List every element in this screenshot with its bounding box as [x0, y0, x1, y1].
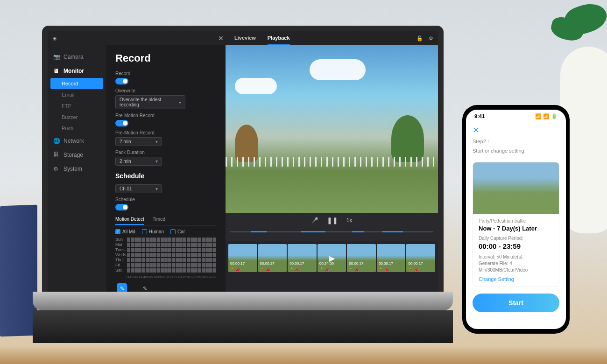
schedule-cell[interactable] [157, 258, 160, 262]
schedule-cell[interactable] [153, 243, 156, 247]
tab-motion-detect[interactable]: Motion Detect [115, 214, 144, 225]
schedule-cell[interactable] [127, 268, 130, 273]
sidebar-item-storage[interactable]: 🗄Storage [48, 148, 106, 162]
schedule-cell[interactable] [209, 268, 212, 273]
schedule-cell[interactable] [191, 263, 194, 267]
schedule-cell[interactable] [164, 258, 168, 262]
schedule-cell[interactable] [168, 263, 171, 267]
schedule-cell[interactable] [149, 248, 153, 252]
schedule-cell[interactable] [149, 243, 153, 247]
schedule-cell[interactable] [198, 258, 201, 262]
schedule-cell[interactable] [179, 238, 183, 242]
schedule-cell[interactable] [127, 243, 130, 247]
sidebar-item-network[interactable]: 🌐Network [48, 134, 106, 148]
schedule-cell[interactable] [194, 258, 198, 262]
premotion-dur-select[interactable]: 2 min [115, 137, 162, 146]
schedule-cell[interactable] [187, 248, 190, 252]
schedule-cell[interactable] [157, 253, 160, 257]
schedule-cell[interactable] [127, 248, 130, 252]
schedule-cell[interactable] [131, 268, 134, 273]
schedule-cell[interactable] [198, 263, 201, 267]
schedule-cell[interactable] [213, 243, 216, 247]
schedule-cell[interactable] [198, 243, 201, 247]
schedule-cell[interactable] [138, 263, 141, 267]
schedule-cell[interactable] [187, 238, 190, 242]
schedule-cell[interactable] [172, 263, 175, 267]
schedule-cell[interactable] [176, 243, 179, 247]
sidebar-sub-email[interactable]: Email [48, 89, 106, 100]
sidebar-sub-push[interactable]: Push [48, 123, 106, 134]
schedule-cell[interactable] [194, 248, 198, 252]
schedule-cell[interactable] [164, 248, 168, 252]
clip-thumbnail[interactable]: 00:00:17🏃 🚗 [288, 244, 317, 272]
schedule-cell[interactable] [183, 268, 186, 273]
schedule-cell[interactable] [172, 253, 175, 257]
sidebar-sub-ftp[interactable]: FTP [48, 100, 106, 112]
change-setting-link[interactable]: Change Setting [479, 276, 553, 282]
timeline[interactable] [226, 227, 438, 241]
clip-thumbnail[interactable]: 00:24:00🏃 🚗▶ [318, 244, 346, 272]
schedule-cell[interactable] [176, 268, 179, 273]
schedule-cell[interactable] [205, 263, 209, 267]
check-human[interactable]: Human [142, 229, 164, 234]
schedule-cell[interactable] [138, 253, 141, 257]
channel-select[interactable]: Ch 01 [115, 184, 162, 193]
schedule-cell[interactable] [142, 238, 145, 242]
clip-thumbnail[interactable]: 00:00:17🏃 🚗 [406, 244, 435, 272]
schedule-cell[interactable] [161, 258, 164, 262]
schedule-cell[interactable] [176, 253, 179, 257]
schedule-cell[interactable] [209, 243, 212, 247]
schedule-cell[interactable] [179, 243, 183, 247]
schedule-cell[interactable] [205, 253, 209, 257]
tab-timed[interactable]: Timed [153, 214, 165, 225]
schedule-cell[interactable] [153, 248, 156, 252]
schedule-toggle[interactable] [115, 204, 128, 210]
schedule-cell[interactable] [209, 248, 212, 252]
schedule-cell[interactable] [164, 263, 168, 267]
schedule-cell[interactable] [202, 268, 205, 273]
schedule-cell[interactable] [168, 258, 171, 262]
schedule-cell[interactable] [164, 238, 168, 242]
schedule-cell[interactable] [164, 268, 168, 273]
schedule-cell[interactable] [138, 238, 141, 242]
clip-thumbnail[interactable]: 00:00:17🏃 🚗 [258, 244, 287, 272]
schedule-cell[interactable] [168, 238, 171, 242]
video-viewport[interactable] [226, 45, 438, 213]
schedule-cell[interactable] [191, 248, 194, 252]
schedule-cell[interactable] [138, 258, 141, 262]
schedule-cell[interactable] [176, 263, 179, 267]
schedule-cell[interactable] [202, 258, 205, 262]
schedule-cell[interactable] [183, 253, 186, 257]
schedule-cell[interactable] [138, 248, 141, 252]
sidebar-item-camera[interactable]: 📷Camera [48, 50, 106, 64]
sidebar-item-system[interactable]: ⚙System [48, 162, 106, 176]
schedule-cell[interactable] [127, 238, 130, 242]
schedule-cell[interactable] [153, 253, 156, 257]
schedule-cell[interactable] [161, 268, 164, 273]
schedule-cell[interactable] [205, 248, 209, 252]
schedule-cell[interactable] [213, 248, 216, 252]
schedule-cell[interactable] [213, 253, 216, 257]
schedule-cell[interactable] [153, 258, 156, 262]
gear-icon[interactable]: ⚙ [429, 35, 433, 42]
start-button[interactable]: Start [473, 294, 559, 312]
schedule-cell[interactable] [149, 253, 153, 257]
schedule-cell[interactable] [205, 243, 209, 247]
schedule-cell[interactable] [149, 258, 153, 262]
schedule-cell[interactable] [187, 263, 190, 267]
schedule-cell[interactable] [179, 253, 183, 257]
schedule-cell[interactable] [168, 253, 171, 257]
sidebar-item-monitor[interactable]: 🖥Monitor [48, 64, 106, 78]
pack-select[interactable]: 2 min [115, 157, 162, 166]
schedule-cell[interactable] [142, 243, 145, 247]
schedule-cell[interactable] [187, 243, 190, 247]
schedule-cell[interactable] [198, 248, 201, 252]
tab-liveview[interactable]: Liveview [234, 31, 256, 45]
schedule-cell[interactable] [194, 243, 198, 247]
schedule-cell[interactable] [157, 243, 160, 247]
lock-icon[interactable]: 🔓 [416, 35, 423, 42]
clip-thumbnail[interactable]: 00:00:17🏃 🚗 [347, 244, 376, 272]
schedule-cell[interactable] [138, 268, 141, 273]
schedule-cell[interactable] [176, 238, 179, 242]
tab-playback[interactable]: Playback [268, 31, 290, 45]
